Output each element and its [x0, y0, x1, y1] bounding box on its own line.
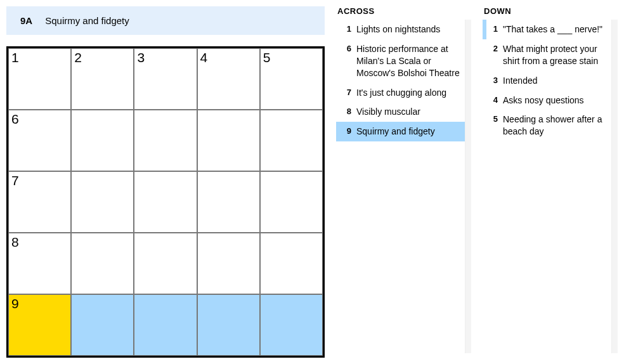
clue-number: 9 — [342, 126, 356, 138]
across-list-wrapper: 1Lights on nightstands6Historic performa… — [336, 20, 471, 353]
across-clue-item[interactable]: 9Squirmy and fidgety — [336, 122, 471, 141]
grid-cell[interactable]: 8 — [8, 233, 71, 294]
clue-text: Intended — [503, 75, 613, 87]
crossword-board: 123456789 — [6, 46, 325, 358]
grid-cell[interactable] — [71, 233, 134, 294]
grid-cell[interactable] — [197, 233, 260, 294]
down-clue-item[interactable]: 4Asks nosy questions — [483, 91, 618, 110]
cell-number: 5 — [263, 50, 271, 65]
grid-cell[interactable]: 1 — [8, 48, 71, 110]
down-heading: DOWN — [483, 6, 618, 16]
down-clue-list[interactable]: 1"That takes a ___ nerve!"2What might pr… — [483, 20, 618, 353]
grid-cell[interactable] — [71, 110, 134, 171]
cell-number: 4 — [200, 50, 208, 65]
cell-number: 8 — [11, 235, 19, 250]
grid-cell[interactable]: 6 — [8, 110, 71, 171]
grid-cell[interactable]: 9 — [8, 294, 71, 356]
grid-cell[interactable]: 4 — [197, 48, 260, 110]
cell-number: 9 — [11, 296, 19, 311]
cell-number: 1 — [11, 50, 19, 65]
grid-cell[interactable] — [71, 294, 134, 356]
current-clue-number: 9A — [20, 15, 32, 26]
clue-text: It's just chugging along — [356, 87, 466, 99]
across-clue-item[interactable]: 1Lights on nightstands — [336, 20, 471, 39]
grid-cell[interactable] — [134, 233, 197, 294]
cell-number: 6 — [11, 112, 19, 127]
clue-number: 7 — [342, 87, 356, 99]
grid-cell[interactable] — [197, 110, 260, 171]
crossword-container: 9A Squirmy and fidgety 123456789 ACROSS … — [6, 6, 618, 358]
grid-cell[interactable] — [134, 110, 197, 171]
grid-cell[interactable]: 2 — [71, 48, 134, 110]
clue-text: What might protect your shirt from a gre… — [503, 43, 613, 67]
cell-number: 2 — [74, 50, 82, 65]
grid-cell[interactable] — [197, 171, 260, 233]
board-row: 12345 — [8, 48, 323, 110]
across-clue-item[interactable]: 8Visibly muscular — [336, 102, 471, 122]
grid-cell[interactable] — [197, 294, 260, 356]
cell-number: 7 — [11, 173, 19, 188]
clue-text: Asks nosy questions — [503, 94, 613, 107]
down-list-wrapper: 1"That takes a ___ nerve!"2What might pr… — [483, 20, 618, 353]
across-section: ACROSS 1Lights on nightstands6Historic p… — [336, 6, 471, 353]
clue-text: Squirmy and fidgety — [356, 126, 466, 138]
across-clue-list[interactable]: 1Lights on nightstands6Historic performa… — [336, 20, 471, 353]
clue-number: 3 — [489, 75, 503, 87]
current-clue-text: Squirmy and fidgety — [45, 15, 129, 26]
down-clue-item[interactable]: 2What might protect your shirt from a gr… — [483, 39, 618, 71]
grid-cell[interactable] — [71, 171, 134, 233]
clue-number: 1 — [342, 23, 356, 36]
clue-number: 5 — [489, 114, 503, 138]
board-row: 9 — [8, 294, 323, 356]
grid-cell[interactable] — [260, 171, 323, 233]
clue-text: Historic performance at Milan's La Scala… — [356, 43, 466, 79]
clue-number: 6 — [342, 43, 356, 79]
down-clue-item[interactable]: 5Needing a shower after a beach day — [483, 110, 618, 141]
board-row: 8 — [8, 233, 323, 294]
down-section: DOWN 1"That takes a ___ nerve!"2What mig… — [483, 6, 618, 353]
clue-text: Lights on nightstands — [356, 23, 466, 36]
across-heading: ACROSS — [336, 6, 471, 16]
clue-text: Visibly muscular — [356, 106, 466, 118]
clue-text: "That takes a ___ nerve!" — [503, 23, 613, 36]
grid-cell[interactable] — [134, 171, 197, 233]
clue-text: Needing a shower after a beach day — [503, 114, 613, 138]
clue-number: 8 — [342, 106, 356, 118]
grid-cell[interactable]: 3 — [134, 48, 197, 110]
grid-cell[interactable] — [260, 294, 323, 356]
left-panel: 9A Squirmy and fidgety 123456789 — [6, 6, 325, 358]
down-clue-item[interactable]: 3Intended — [483, 71, 618, 91]
down-clue-item[interactable]: 1"That takes a ___ nerve!" — [483, 20, 618, 39]
grid-cell[interactable] — [260, 233, 323, 294]
grid-cell[interactable] — [260, 110, 323, 171]
grid-cell[interactable] — [134, 294, 197, 356]
board-row: 6 — [8, 110, 323, 171]
clue-number: 4 — [489, 94, 503, 107]
grid-cell[interactable]: 5 — [260, 48, 323, 110]
cell-number: 3 — [137, 50, 145, 65]
grid-cell[interactable]: 7 — [8, 171, 71, 233]
across-clue-item[interactable]: 6Historic performance at Milan's La Scal… — [336, 39, 471, 83]
clue-number: 1 — [489, 23, 503, 36]
current-clue-bar[interactable]: 9A Squirmy and fidgety — [6, 6, 325, 35]
across-clue-item[interactable]: 7It's just chugging along — [336, 83, 471, 103]
clue-number: 2 — [489, 43, 503, 67]
board-row: 7 — [8, 171, 323, 233]
